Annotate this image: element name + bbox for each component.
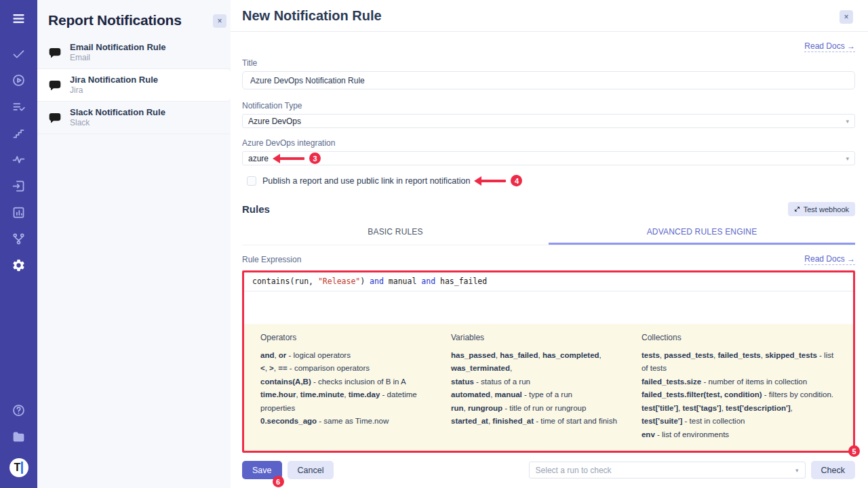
help-line: contains(A,B) - checks inclusion of B in… (260, 375, 439, 389)
publish-report-label: Publish a report and use public link in … (262, 176, 470, 186)
chat-bubble-icon (48, 111, 62, 125)
import-icon[interactable] (10, 177, 28, 195)
title-label: Title (242, 58, 855, 68)
help-line: time.hour, time.minute, time.day - datet… (260, 388, 439, 415)
help-line: status - status of a run (451, 375, 629, 389)
title-input[interactable]: Azure DevOps Notification Rule (242, 71, 855, 89)
panel-close-button[interactable]: × (213, 14, 226, 28)
rule-title: Jira Notification Rule (70, 75, 158, 85)
help-line: failed_tests.size - number of items in c… (642, 375, 834, 389)
help-line: env - list of environments (642, 428, 834, 442)
report-notifications-panel: Report Notifications × Email Notificatio… (37, 0, 231, 488)
help-line: automated, manual - type of a run (451, 388, 629, 402)
chevron-down-icon: ▾ (846, 118, 849, 125)
annotation-4: 4 (481, 175, 522, 186)
play-circle-icon[interactable] (10, 71, 28, 89)
help-line: failed_tests.filter(test, condition) - f… (642, 388, 834, 402)
help-icon[interactable] (10, 401, 28, 419)
code-editor-area[interactable] (244, 291, 853, 324)
help-line: run, rungroup - title of run or rungroup (451, 402, 629, 415)
help-line: has_passed, has_failed, has_completed, w… (451, 349, 629, 375)
rule-expression-editor: contains(run, "Release") and manual and … (242, 270, 855, 453)
folder-icon[interactable] (10, 428, 28, 445)
annotation-badge-5: 5 (848, 445, 860, 457)
help-operators-title: Operators (260, 331, 439, 345)
expression-help-panel: Operators and, or - logical operators <,… (244, 324, 853, 451)
annotation-badge-4: 4 (511, 175, 522, 186)
list-item-slack-rule[interactable]: Slack Notification Rule Slack (37, 102, 231, 134)
list-check-icon[interactable] (10, 98, 28, 115)
help-line: started_at, finished_at - time of start … (451, 415, 629, 428)
branch-icon[interactable] (10, 230, 28, 247)
select-run-dropdown[interactable]: Select a run to check ▾ (529, 462, 806, 479)
rule-subtitle: Jira (70, 85, 158, 96)
rule-title: Email Notification Rule (70, 42, 166, 53)
help-line: and, or - logical operators (260, 349, 439, 363)
chat-bubble-icon (48, 46, 62, 60)
form-close-button[interactable]: × (840, 10, 853, 24)
cancel-button[interactable]: Cancel (288, 461, 334, 479)
rules-heading: Rules (242, 203, 270, 215)
logo-t[interactable]: T (9, 458, 28, 477)
gear-icon[interactable] (10, 256, 28, 274)
help-line: tests, passed_tests, failed_tests, skipp… (642, 349, 834, 375)
test-webhook-button[interactable]: Test webhook (788, 202, 855, 216)
panel-title: Report Notifications (48, 12, 182, 28)
rule-subtitle: Email (70, 53, 166, 63)
check-button[interactable]: Check (811, 461, 855, 479)
page-title: New Notification Rule (242, 8, 382, 24)
new-rule-form: New Notification Rule × Read Docs → Titl… (231, 0, 868, 488)
integration-select[interactable]: azure 3 ▾ (242, 151, 855, 165)
help-line: test['title'], test['tags'], test['descr… (642, 402, 834, 428)
help-line: 0.seconds_ago - same as Time.now (260, 415, 439, 428)
app-sidebar: T (0, 0, 37, 488)
list-item-jira-rule[interactable]: Jira Notification Rule Jira (37, 69, 231, 102)
main-header: New Notification Rule × (231, 0, 868, 32)
bar-chart-icon[interactable] (10, 203, 28, 221)
annotation-3: 3 (279, 152, 321, 164)
integration-label: Azure DevOps integration (242, 138, 855, 148)
red-arrow-left-icon (481, 180, 506, 182)
tab-advanced-rules-engine[interactable]: ADVANCED RULES ENGINE (549, 221, 855, 245)
annotation-badge-6: 6 (273, 476, 284, 487)
rule-title: Slack Notification Rule (70, 107, 165, 118)
list-item-email-rule[interactable]: Email Notification Rule Email (37, 37, 231, 69)
expand-arrows-icon (794, 206, 800, 212)
code-editor-line[interactable]: contains(run, "Release") and manual and … (244, 272, 853, 291)
help-line: <, >, == - comparison operators (260, 362, 439, 375)
notification-type-label: Notification Type (242, 101, 855, 110)
panel-header: Report Notifications × (37, 0, 231, 37)
notification-type-select[interactable]: Azure DevOps ▾ (242, 114, 855, 128)
form-content: Read Docs → Title Azure DevOps Notificat… (231, 32, 868, 479)
rule-subtitle: Slack (70, 118, 165, 128)
help-collections-title: Collections (642, 331, 834, 345)
chat-bubble-icon (48, 79, 62, 92)
tab-basic-rules[interactable]: BASIC RULES (242, 221, 549, 245)
rule-expression-label: Rule Expression (242, 255, 301, 264)
check-icon[interactable] (10, 45, 28, 62)
red-arrow-left-icon (279, 157, 304, 160)
read-docs-link-rules[interactable]: Read Docs → (804, 254, 855, 265)
publish-report-checkbox[interactable] (247, 176, 256, 186)
help-variables-title: Variables (451, 331, 629, 345)
save-button[interactable]: Save 6 (242, 461, 282, 479)
annotation-badge-3: 3 (309, 152, 321, 164)
menu-icon[interactable] (10, 9, 28, 27)
steps-icon[interactable] (10, 124, 28, 142)
chevron-down-icon: ▾ (846, 155, 849, 162)
read-docs-link[interactable]: Read Docs → (804, 41, 855, 52)
chevron-down-icon: ▾ (795, 467, 799, 474)
activity-icon[interactable] (10, 150, 28, 168)
rules-tabs: BASIC RULES ADVANCED RULES ENGINE (242, 221, 855, 245)
